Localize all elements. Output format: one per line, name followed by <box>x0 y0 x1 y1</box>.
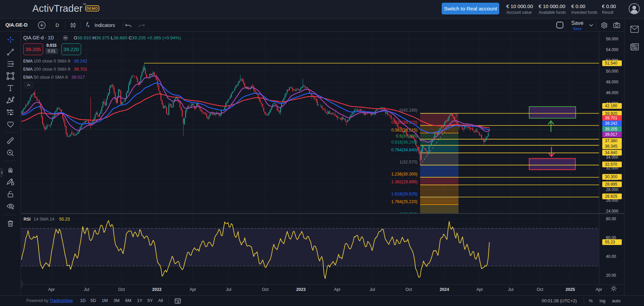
svg-text:14 SMA 14: 14 SMA 14 <box>34 217 54 222</box>
svg-text:Oct: Oct <box>405 287 412 292</box>
svg-text:Apr: Apr <box>190 287 196 292</box>
svg-text:0.618(36.245): 0.618(36.245) <box>391 140 417 145</box>
svg-text:Apr: Apr <box>476 287 483 292</box>
svg-text:39.017: 39.017 <box>605 132 617 137</box>
svg-text:50.000: 50.000 <box>606 69 618 74</box>
svg-text:55.23: 55.23 <box>605 240 615 244</box>
svg-text:42.190: 42.190 <box>605 104 617 108</box>
svg-text:Oct: Oct <box>537 287 543 292</box>
svg-text:40.00: 40.00 <box>606 254 616 259</box>
svg-text:Jul: Jul <box>84 287 89 292</box>
svg-text:Apr: Apr <box>334 287 340 292</box>
svg-text:1(32.570): 1(32.570) <box>399 160 417 164</box>
svg-text:30.300: 30.300 <box>605 175 617 179</box>
svg-text:51.540: 51.540 <box>605 61 617 66</box>
svg-text:Oct: Oct <box>262 287 269 292</box>
svg-text:Oct: Oct <box>118 287 125 292</box>
svg-text:RSI: RSI <box>24 217 31 222</box>
svg-text:1.618(26.625): 1.618(26.625) <box>391 192 417 196</box>
svg-text:39.205: 39.205 <box>605 127 617 131</box>
svg-text:34.840: 34.840 <box>605 150 617 155</box>
svg-text:Jul: Jul <box>508 287 513 292</box>
svg-text:39.242: 39.242 <box>605 121 617 126</box>
svg-text:28.895: 28.895 <box>605 182 617 187</box>
svg-text:32.570: 32.570 <box>605 162 617 167</box>
svg-text:1.764(25.220): 1.764(25.220) <box>391 199 417 204</box>
svg-text:36.345: 36.345 <box>605 144 617 149</box>
svg-text:26.625: 26.625 <box>605 194 617 199</box>
svg-text:55.23: 55.23 <box>59 217 70 222</box>
svg-text:2022: 2022 <box>152 287 162 292</box>
svg-text:39.701: 39.701 <box>605 116 617 120</box>
svg-text:54.000: 54.000 <box>606 47 618 52</box>
svg-text:24.000: 24.000 <box>606 209 618 214</box>
svg-text:56.000: 56.000 <box>606 37 618 41</box>
svg-text:28.000: 28.000 <box>606 187 618 192</box>
svg-text:37.380: 37.380 <box>605 139 617 143</box>
svg-text:2024: 2024 <box>440 287 449 292</box>
svg-text:1.382(28.895): 1.382(28.895) <box>391 180 417 184</box>
svg-text:0.764(34.840): 0.764(34.840) <box>391 148 417 152</box>
svg-text:1.236(30.300): 1.236(30.300) <box>391 172 417 177</box>
svg-text:Apr: Apr <box>596 287 602 292</box>
svg-text:0(42.190): 0(42.190) <box>399 108 417 113</box>
svg-text:34.000: 34.000 <box>606 155 618 160</box>
svg-text:46.000: 46.000 <box>606 90 618 95</box>
svg-text:Jul: Jul <box>226 287 231 292</box>
svg-text:80.00: 80.00 <box>606 217 616 221</box>
svg-text:Jul: Jul <box>370 287 375 292</box>
svg-text:20.00: 20.00 <box>606 273 616 278</box>
svg-text:2023: 2023 <box>296 287 306 292</box>
svg-text:48.000: 48.000 <box>606 80 618 84</box>
svg-text:Apr: Apr <box>48 287 55 292</box>
svg-text:2025: 2025 <box>566 287 575 292</box>
